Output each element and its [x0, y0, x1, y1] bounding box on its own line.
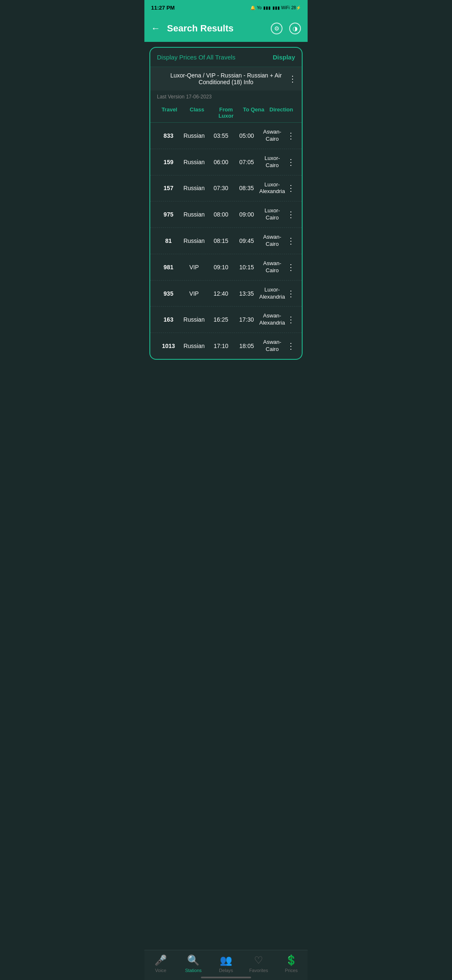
cell-from-5: 09:10	[208, 264, 234, 271]
cell-dir-1: Luxor-Cairo	[259, 155, 285, 169]
display-button[interactable]: Display	[273, 54, 295, 61]
cell-from-2: 07:30	[208, 185, 234, 191]
cell-from-1: 06:00	[208, 159, 234, 165]
cell-dir-8: Aswan-Cairo	[259, 339, 285, 353]
page-title: Search Results	[167, 23, 271, 34]
display-prices-text: Display Prices Of All Travels	[157, 54, 236, 61]
row-more-2[interactable]: ⋮	[285, 183, 295, 193]
cell-to-5: 10:15	[234, 264, 259, 271]
table-row[interactable]: 159 Russian 06:00 07:05 Luxor-Cairo ⋮	[150, 149, 302, 175]
theme-icon: ◑	[293, 25, 298, 32]
status-icons: 🔔 Yo ▮▮▮ ▮▮▮ WiFi 28⚡	[250, 5, 301, 10]
row-more-4[interactable]: ⋮	[285, 236, 295, 246]
cell-class-5: VIP	[180, 264, 208, 271]
status-signal: 🔔	[250, 5, 255, 10]
route-more-icon[interactable]: ⋮	[288, 74, 297, 84]
cell-from-0: 03:55	[208, 132, 234, 139]
settings-button[interactable]: ⚙	[271, 23, 282, 34]
cell-dir-0: Aswan-Cairo	[259, 129, 285, 143]
row-more-8[interactable]: ⋮	[285, 341, 295, 351]
cell-class-1: Russian	[180, 159, 208, 165]
cell-class-3: Russian	[180, 211, 208, 218]
row-more-0[interactable]: ⋮	[285, 131, 295, 141]
app-bar: ← Search Results ⚙ ◑	[144, 15, 308, 42]
table-row[interactable]: 81 Russian 08:15 09:45 Aswan-Cairo ⋮	[150, 228, 302, 254]
cell-dir-6: Luxor-Alexandria	[259, 286, 285, 301]
cell-travel-1: 159	[157, 159, 180, 165]
cell-to-0: 05:00	[234, 132, 259, 139]
cell-to-3: 09:00	[234, 211, 259, 218]
app-bar-actions: ⚙ ◑	[271, 23, 301, 34]
status-wifi: ▮▮▮ WiFi	[272, 5, 290, 10]
status-lte: Yo	[257, 5, 262, 10]
cell-class-7: Russian	[180, 316, 208, 323]
header-travel: Travel	[157, 106, 182, 119]
table-row[interactable]: 1013 Russian 17:10 18:05 Aswan-Cairo ⋮	[150, 333, 302, 359]
results-card: Display Prices Of All Travels Display Lu…	[149, 47, 303, 360]
route-info-row: Luxor-Qena / VIP - Russian - Russian + A…	[150, 67, 302, 90]
cell-to-1: 07:05	[234, 159, 259, 165]
cell-dir-2: Luxor-Alexandria	[259, 181, 285, 196]
cell-to-2: 08:35	[234, 185, 259, 191]
header-class: Class	[182, 106, 212, 119]
table-row[interactable]: 981 VIP 09:10 10:15 Aswan-Cairo ⋮	[150, 254, 302, 281]
status-battery: 28⚡	[291, 5, 301, 10]
cell-class-0: Russian	[180, 132, 208, 139]
table-row[interactable]: 163 Russian 16:25 17:30 Aswan-Alexandria…	[150, 307, 302, 333]
cell-from-7: 16:25	[208, 316, 234, 323]
cell-class-4: Russian	[180, 237, 208, 244]
row-more-6[interactable]: ⋮	[285, 289, 295, 299]
status-bars: ▮▮▮	[263, 5, 271, 10]
cell-class-6: VIP	[180, 290, 208, 297]
cell-dir-7: Aswan-Alexandria	[259, 312, 285, 327]
cell-to-4: 09:45	[234, 237, 259, 244]
cell-travel-7: 163	[157, 316, 180, 323]
gear-icon: ⚙	[274, 25, 280, 32]
table-row[interactable]: 157 Russian 07:30 08:35 Luxor-Alexandria…	[150, 175, 302, 202]
cell-travel-5: 981	[157, 264, 180, 271]
cell-travel-6: 935	[157, 290, 180, 297]
display-prices-row: Display Prices Of All Travels Display	[150, 48, 302, 67]
cell-class-2: Russian	[180, 185, 208, 191]
back-button[interactable]: ←	[151, 23, 160, 34]
cell-travel-2: 157	[157, 185, 180, 191]
cell-travel-4: 81	[157, 237, 180, 244]
cell-travel-3: 975	[157, 211, 180, 218]
table-row[interactable]: 935 VIP 12:40 13:35 Luxor-Alexandria ⋮	[150, 281, 302, 307]
header-direction: Direction	[267, 106, 295, 119]
row-more-7[interactable]: ⋮	[285, 315, 295, 325]
row-more-3[interactable]: ⋮	[285, 209, 295, 219]
cell-from-3: 08:00	[208, 211, 234, 218]
header-from: From Luxor	[212, 106, 240, 119]
theme-button[interactable]: ◑	[289, 23, 301, 34]
table-body: 833 Russian 03:55 05:00 Aswan-Cairo ⋮ 15…	[150, 123, 302, 359]
cell-from-6: 12:40	[208, 290, 234, 297]
cell-dir-5: Aswan-Cairo	[259, 260, 285, 274]
route-text: Luxor-Qena / VIP - Russian - Russian + A…	[157, 72, 295, 85]
status-bar: 11:27 PM 🔔 Yo ▮▮▮ ▮▮▮ WiFi 28⚡	[144, 0, 308, 15]
row-more-1[interactable]: ⋮	[285, 157, 295, 167]
cell-to-6: 13:35	[234, 290, 259, 297]
table-header: Travel Class From Luxor To Qena Directio…	[150, 103, 302, 123]
cell-to-8: 18:05	[234, 343, 259, 349]
version-text: Last Version 17-06-2023	[150, 90, 302, 103]
cell-travel-0: 833	[157, 132, 180, 139]
cell-from-4: 08:15	[208, 237, 234, 244]
cell-travel-8: 1013	[157, 343, 180, 349]
cell-to-7: 17:30	[234, 316, 259, 323]
table-row[interactable]: 975 Russian 08:00 09:00 Luxor-Cairo ⋮	[150, 201, 302, 228]
cell-dir-3: Luxor-Cairo	[259, 207, 285, 222]
cell-from-8: 17:10	[208, 343, 234, 349]
status-time: 11:27 PM	[151, 5, 175, 11]
main-content: Display Prices Of All Travels Display Lu…	[144, 42, 308, 365]
cell-dir-4: Aswan-Cairo	[259, 234, 285, 248]
header-to: To Qena	[240, 106, 267, 119]
row-more-5[interactable]: ⋮	[285, 262, 295, 272]
cell-class-8: Russian	[180, 343, 208, 349]
table-row[interactable]: 833 Russian 03:55 05:00 Aswan-Cairo ⋮	[150, 123, 302, 149]
